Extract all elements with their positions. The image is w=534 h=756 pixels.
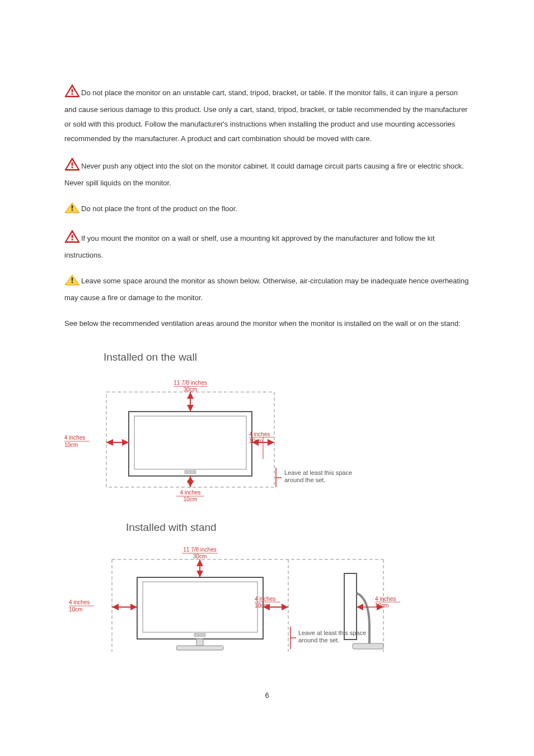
warning-triangle-yellow-icon	[64, 274, 80, 291]
note-line2: around the set.	[284, 477, 325, 483]
diagram-wall-svg: 11 7/8 inches 30cm 4 inches 10cm 4 inche…	[64, 372, 355, 501]
caution-paragraph: Do not place the front of the product on…	[64, 202, 470, 218]
dim-right-in: 4 inches	[375, 596, 396, 602]
dim-top-cm: 30cm	[193, 553, 207, 559]
caution-paragraph: Leave some space around the monitor as s…	[64, 274, 470, 305]
warning-triangle-red-icon	[64, 157, 80, 176]
warning-paragraph: Do not place the monitor on an unstable …	[64, 84, 470, 146]
dim-right-cm: 10cm	[375, 603, 388, 609]
svg-marker-26	[122, 439, 129, 446]
dim-left-cm: 10cm	[69, 606, 82, 613]
svg-rect-14	[72, 239, 73, 241]
svg-rect-51	[353, 643, 383, 649]
svg-rect-48	[196, 639, 203, 646]
svg-rect-46	[143, 582, 257, 632]
note-line1: Leave at least this space	[284, 469, 352, 476]
warning-triangle-red-icon	[64, 230, 80, 248]
svg-marker-54	[196, 559, 203, 566]
svg-rect-2	[72, 89, 73, 92]
svg-rect-47	[194, 633, 205, 637]
warning-text: If you mount the monitor on a wall or sh…	[64, 234, 435, 259]
svg-marker-53	[196, 571, 203, 577]
caution-text: Do not place the front of the product on…	[81, 204, 237, 213]
dim-left-in: 4 inches	[69, 599, 90, 605]
svg-rect-16	[72, 278, 73, 281]
diagram-stand-title: Installed with stand	[126, 517, 470, 538]
dim-mid-cm: 10cm	[255, 603, 268, 609]
dim-top-in: 11 7/8 inches	[183, 547, 217, 553]
svg-rect-13	[72, 235, 73, 238]
svg-rect-3	[72, 94, 73, 95]
svg-marker-24	[187, 392, 194, 399]
dim-right-in: 4 inches	[249, 431, 270, 437]
svg-marker-62	[357, 604, 363, 610]
svg-marker-30	[268, 439, 274, 446]
warning-text: Never push any object into the slot on t…	[64, 162, 464, 187]
diagram-wall-section: Installed on the wall	[64, 347, 470, 501]
svg-rect-21	[185, 470, 196, 474]
dim-left-in: 4 inches	[64, 435, 85, 441]
svg-rect-20	[134, 416, 246, 469]
page-content: Do not place the monitor on an unstable …	[0, 0, 534, 725]
dim-mid-in: 4 inches	[255, 596, 275, 602]
warning-paragraph: If you mount the monitor on a wall or sh…	[64, 230, 470, 263]
svg-rect-7	[72, 167, 73, 169]
page-number: 6	[64, 688, 470, 703]
svg-rect-10	[72, 209, 73, 211]
svg-rect-17	[72, 282, 73, 283]
diagram-stand-section: Installed with stand	[64, 517, 470, 660]
dim-top-cm: 30cm	[184, 386, 197, 393]
intro-paragraph: See below the recommended ventilation ar…	[64, 316, 470, 331]
dim-bottom-in: 4 inches	[180, 489, 200, 496]
svg-rect-49	[176, 646, 223, 650]
svg-marker-27	[106, 439, 113, 446]
note-line2: around the set.	[298, 637, 339, 643]
dim-right-cm: 10cm	[249, 438, 263, 444]
svg-marker-34	[187, 476, 194, 483]
svg-rect-9	[72, 206, 73, 209]
warning-paragraph: Never push any object into the slot on t…	[64, 157, 470, 190]
dim-left-cm: 10cm	[64, 442, 78, 448]
svg-rect-6	[72, 162, 73, 166]
note-line1: Leave at least this space	[298, 629, 366, 636]
warning-triangle-red-icon	[64, 84, 80, 102]
caution-text: Leave some space around the monitor as s…	[64, 277, 469, 302]
warning-triangle-yellow-icon	[64, 202, 80, 218]
dim-top-in: 11 7/8 inches	[174, 380, 207, 386]
svg-marker-60	[282, 604, 288, 610]
warning-text: Do not place the monitor on an unstable …	[64, 88, 467, 143]
svg-marker-56	[130, 604, 137, 610]
svg-marker-57	[112, 604, 119, 610]
diagram-wall-title: Installed on the wall	[104, 347, 470, 368]
intro-text: See below the recommended ventilation ar…	[64, 319, 460, 328]
svg-marker-23	[187, 405, 194, 412]
dim-bottom-cm: 10cm	[184, 496, 197, 501]
diagram-stand-svg: 11 7/8 inches 30cm 4 inches 10cm 4 inche…	[64, 543, 411, 660]
